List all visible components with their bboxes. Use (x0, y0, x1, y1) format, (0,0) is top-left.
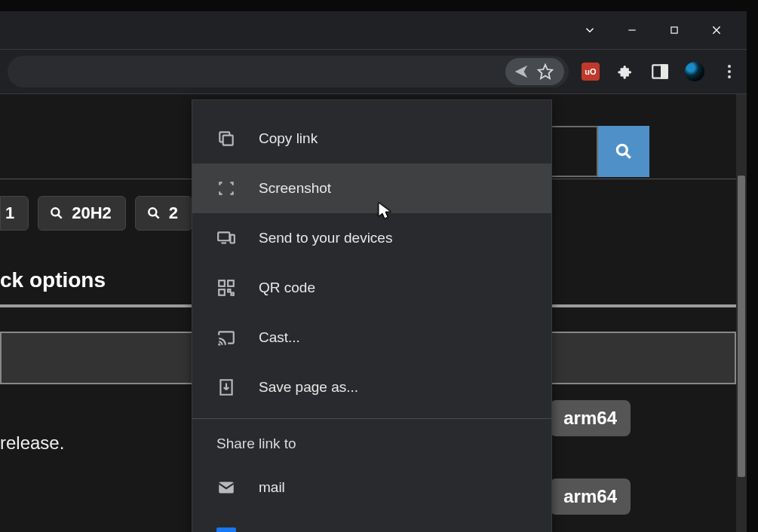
menu-item-qr-code[interactable]: QR code (192, 263, 551, 313)
cast-icon (216, 328, 236, 347)
browser-overflow-menu-icon[interactable] (720, 62, 739, 81)
menu-item-label: Cast... (259, 329, 300, 346)
share-target-label: facebook (259, 529, 317, 532)
svg-rect-19 (228, 280, 234, 286)
menu-item-label: Copy link (259, 130, 318, 147)
mail-icon (216, 478, 236, 497)
svg-point-23 (219, 344, 219, 345)
magnifier-icon (146, 206, 161, 221)
ublock-extension-icon[interactable]: uO (581, 62, 600, 81)
tab-search-chevron-icon[interactable] (579, 20, 600, 41)
ublock-badge: uO (582, 63, 600, 81)
chip-label: 2 (169, 203, 178, 223)
search-button[interactable] (598, 126, 649, 177)
menu-item-screenshot[interactable]: Screenshot (192, 164, 551, 213)
menu-item-label: Save page as... (259, 379, 358, 396)
save-icon (216, 378, 236, 397)
toolbar-row: uO (0, 49, 747, 94)
screenshot-icon (216, 179, 236, 198)
svg-rect-7 (661, 65, 667, 78)
maximize-button[interactable] (664, 20, 685, 41)
toolbar-extension-area: uO (569, 62, 739, 81)
download-pill[interactable]: arm64 (550, 478, 631, 515)
chip-label: 20H2 (72, 203, 112, 223)
profile-avatar[interactable] (685, 62, 704, 81)
menu-item-send-devices[interactable]: Send to your devices (192, 213, 551, 263)
svg-point-8 (617, 145, 627, 154)
svg-rect-20 (219, 289, 225, 295)
menu-item-label: Send to your devices (259, 230, 392, 246)
svg-rect-1 (671, 27, 677, 33)
svg-rect-15 (218, 232, 229, 240)
svg-rect-18 (219, 280, 225, 286)
filter-chip[interactable]: 20H2 (38, 196, 126, 231)
menu-item-label: Screenshot (259, 180, 331, 197)
bookmark-star-icon[interactable] (537, 63, 554, 80)
scrollbar-thumb[interactable] (738, 176, 745, 477)
minimize-button[interactable] (621, 20, 643, 41)
facebook-icon (216, 527, 236, 532)
svg-rect-21 (228, 289, 230, 292)
share-menu-popup: Copy link Screenshot Send to your device… (192, 99, 552, 532)
svg-rect-17 (230, 235, 234, 243)
titlebar (0, 11, 747, 49)
devices-icon (216, 228, 236, 248)
close-button[interactable] (706, 20, 727, 41)
share-target-mail[interactable]: mail (192, 463, 551, 512)
copy-icon (216, 129, 236, 148)
svg-point-12 (149, 208, 156, 216)
svg-marker-4 (539, 65, 552, 78)
share-target-facebook[interactable]: facebook (192, 512, 551, 532)
svg-line-11 (58, 215, 62, 219)
menu-item-label: QR code (259, 280, 315, 296)
svg-rect-22 (232, 293, 234, 295)
magnifier-icon (614, 142, 634, 161)
share-target-label: mail (259, 479, 285, 496)
magnifier-icon (49, 206, 64, 221)
filter-chip[interactable]: 1 (0, 196, 29, 231)
address-bar[interactable] (8, 56, 569, 87)
svg-rect-14 (223, 136, 233, 145)
chip-label: 1 (5, 203, 14, 223)
svg-line-13 (155, 215, 159, 219)
filter-chip[interactable]: 2 (135, 196, 192, 231)
avatar-image (685, 62, 704, 81)
sidepanel-icon[interactable] (650, 62, 670, 81)
svg-point-10 (52, 208, 60, 216)
share-link-heading: Share link to (192, 419, 551, 463)
send-icon (513, 63, 529, 80)
menu-item-save-page[interactable]: Save page as... (192, 362, 551, 412)
vertical-scrollbar[interactable] (736, 94, 747, 532)
extensions-puzzle-icon[interactable] (615, 62, 635, 81)
download-pill[interactable]: arm64 (550, 400, 631, 436)
svg-line-9 (626, 154, 631, 158)
menu-item-cast[interactable]: Cast... (192, 313, 551, 362)
qr-icon (216, 278, 236, 298)
menu-item-copy-link[interactable]: Copy link (192, 114, 551, 164)
share-button[interactable] (505, 58, 564, 85)
